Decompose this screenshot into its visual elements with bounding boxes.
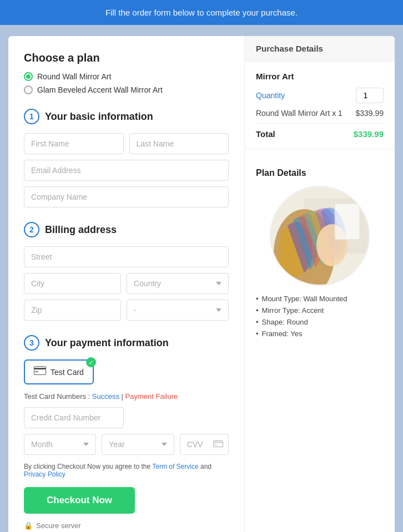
step3-badge: 3 (24, 335, 39, 351)
credit-card-icon (34, 366, 46, 378)
quantity-row: Quantity (256, 88, 384, 103)
svg-rect-4 (213, 442, 223, 443)
purchase-details-body: Mirror Art Quantity Round Wall Mirror Ar… (245, 62, 395, 149)
cc-row (24, 407, 229, 428)
success-link[interactable]: Success (92, 392, 119, 401)
country-select[interactable]: Country (127, 273, 229, 294)
top-banner: Fill the order form below to complete yo… (0, 0, 403, 25)
expiry-cvv-row: Month 010203 040506 070809 101112 Year 2… (24, 434, 229, 455)
right-panel: Purchase Details Mirror Art Quantity Rou… (245, 36, 395, 532)
svg-rect-11 (335, 204, 360, 240)
line-item: Round Wall Mirror Art x 1 $339.99 (256, 109, 384, 124)
divider (245, 149, 395, 149)
left-panel: Choose a plan Round Wall Mirror Art Glam… (8, 36, 245, 532)
svg-rect-3 (213, 441, 223, 447)
secure-section: 🔒 Secure server Safe and secure payment … (24, 521, 229, 532)
step3-label: Your payment information (45, 337, 169, 349)
svg-rect-0 (34, 367, 46, 375)
plan-option-round-label: Round Wall Mirror Art (37, 72, 111, 81)
plan-details-title: Plan Details (256, 168, 384, 178)
svg-rect-1 (34, 368, 46, 369)
page-container: Choose a plan Round Wall Mirror Art Glam… (0, 25, 403, 532)
card-numbers-info: Test Card Numbers : Success | Payment Fa… (24, 392, 229, 401)
feature-mirror-type: Mirror Type: Accent (256, 306, 384, 315)
quantity-input[interactable] (356, 88, 384, 103)
plan-options: Round Wall Mirror Art Glam Beveled Accen… (24, 72, 229, 94)
plan-features: Mount Type: Wall Mounted Mirror Type: Ac… (256, 295, 384, 338)
choose-plan-title: Choose a plan (24, 52, 229, 64)
product-name: Mirror Art (256, 72, 384, 81)
step3-header: 3 Your payment information (24, 335, 229, 351)
total-label: Total (256, 129, 275, 139)
first-name-input[interactable] (24, 133, 124, 154)
svg-rect-5 (214, 444, 217, 445)
step1-section: 1 Your basic information (24, 109, 229, 207)
plan-option-round[interactable]: Round Wall Mirror Art (24, 72, 229, 81)
lock-icon: 🔒 (24, 521, 33, 530)
line-item-label: Round Wall Mirror Art x 1 (256, 109, 342, 118)
step2-section: 2 Billing address Country - (24, 222, 229, 321)
step1-label: Your basic information (45, 111, 153, 123)
cc-number-input[interactable] (24, 407, 124, 428)
plan-option-glam[interactable]: Glam Beveled Accent Wall Mirror Art (24, 85, 229, 94)
cvv-wrap (180, 434, 229, 455)
secure-row: 🔒 Secure server (24, 521, 81, 530)
month-select[interactable]: Month 010203 040506 070809 101112 (24, 434, 96, 455)
step2-label: Billing address (45, 224, 117, 236)
step1-header: 1 Your basic information (24, 109, 229, 124)
line-item-price: $339.99 (355, 109, 384, 118)
checkout-button[interactable]: Checkout Now (24, 487, 135, 514)
test-card-label: Test Card (51, 368, 84, 377)
zip-input[interactable] (24, 300, 121, 321)
zip-state-row: - (24, 300, 229, 321)
card-numbers-label: Test Card Numbers : (24, 392, 90, 401)
email-row (24, 160, 229, 181)
plan-details-section: Plan Details (245, 158, 395, 351)
step2-badge: 2 (24, 222, 39, 237)
feature-mount: Mount Type: Wall Mounted (256, 295, 384, 303)
total-amount: $339.99 (354, 129, 384, 139)
city-country-row: Country (24, 273, 229, 294)
cvv-card-icon (213, 440, 223, 449)
check-badge-icon: ✓ (86, 357, 96, 367)
city-input[interactable] (24, 273, 121, 294)
street-row (24, 246, 229, 267)
radio-round[interactable] (24, 72, 33, 81)
terms-text: By clicking Checkout Now you agree to th… (24, 463, 229, 478)
last-name-input[interactable] (129, 133, 229, 154)
main-card: Choose a plan Round Wall Mirror Art Glam… (8, 36, 395, 532)
state-select[interactable]: - (127, 300, 229, 321)
email-input[interactable] (24, 160, 229, 181)
quantity-label: Quantity (256, 91, 285, 100)
step2-header: 2 Billing address (24, 222, 229, 237)
failure-link[interactable]: Payment Failure (125, 392, 178, 401)
company-row (24, 186, 229, 207)
svg-rect-2 (35, 371, 38, 372)
secure-label: Secure server (36, 521, 81, 530)
name-row (24, 133, 229, 154)
purchase-details-header: Purchase Details (245, 36, 395, 62)
choose-plan-section: Choose a plan Round Wall Mirror Art Glam… (24, 52, 229, 94)
step3-section: 3 Your payment information Test Card ✓ (24, 335, 229, 532)
banner-text: Fill the order form below to complete yo… (105, 8, 298, 17)
feature-framed: Framed: Yes (256, 330, 384, 338)
year-select[interactable]: Year 202420252026 202720282029 (102, 434, 174, 455)
radio-glam[interactable] (24, 85, 33, 94)
feature-shape: Shape: Round (256, 318, 384, 326)
total-row: Total $339.99 (256, 129, 384, 139)
plan-option-glam-label: Glam Beveled Accent Wall Mirror Art (37, 85, 163, 94)
street-input[interactable] (24, 246, 229, 267)
step1-badge: 1 (24, 109, 39, 124)
company-input[interactable] (24, 186, 229, 207)
mirror-art-image (271, 187, 370, 286)
privacy-link[interactable]: Privacy Policy (24, 470, 66, 478)
tos-link[interactable]: Term of Service (152, 463, 198, 470)
test-card-button[interactable]: Test Card ✓ (24, 359, 94, 384)
